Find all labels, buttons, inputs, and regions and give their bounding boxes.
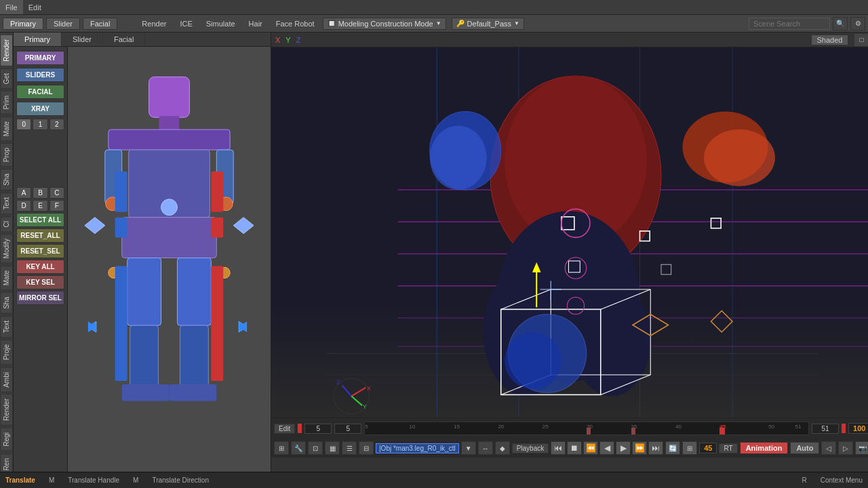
btn-play-fwd[interactable]: ⏩ — [632, 441, 647, 455]
axis-y[interactable]: Y — [285, 36, 290, 44]
btn-snap[interactable]: 📷 — [855, 441, 868, 455]
axis-x[interactable]: X — [275, 36, 280, 44]
btn-loop[interactable]: 🔄 — [665, 441, 680, 455]
tl-tools-btn[interactable]: 🔧 — [291, 441, 306, 455]
left-tab-primary[interactable]: Primary — [14, 33, 62, 46]
pass-dropdown[interactable]: 🔑 Default_Pass ▼ — [452, 18, 524, 30]
btn-e[interactable]: E — [33, 200, 47, 211]
tl-extra-btn[interactable]: ⊟ — [359, 441, 374, 455]
btn-num2[interactable]: 2 — [50, 119, 64, 130]
timeline-handle[interactable] — [298, 424, 302, 433]
btn-d[interactable]: D — [16, 200, 31, 211]
btn-select-all[interactable]: SELECT ALL — [16, 213, 64, 227]
status-right-text: Context Menu — [821, 476, 863, 484]
tl-frame-end[interactable] — [812, 424, 839, 434]
btn-key-all[interactable]: KEY ALL — [16, 260, 64, 274]
tab-facial[interactable]: Facial — [83, 18, 117, 30]
btn-face-robot[interactable]: Face Robot — [271, 15, 320, 32]
svg-point-75 — [430, 126, 487, 190]
btn-reset-sel[interactable]: RESET_SEL — [16, 244, 64, 258]
side-tab-prim[interactable]: Prim — [0, 91, 13, 115]
tl-move-btn[interactable]: ↔ — [478, 441, 493, 455]
btn-ice[interactable]: ICE — [174, 15, 197, 32]
btn-play-back[interactable]: ⏪ — [583, 441, 598, 455]
btn-prev-frame[interactable]: ◁ — [821, 441, 836, 455]
side-tab-ren[interactable]: Ren — [0, 453, 13, 472]
search-icon[interactable]: 🔍 — [833, 17, 848, 30]
shading-btn[interactable]: Shaded — [811, 35, 849, 45]
btn-rewind[interactable]: ⏮ — [551, 441, 566, 455]
btn-facial[interactable]: FACIAL — [16, 85, 64, 99]
keyframe-marker-45 — [719, 428, 725, 435]
tl-view-btn[interactable]: ▦ — [325, 441, 340, 455]
mode-dropdown[interactable]: 🔲 Modeling Construction Mode ▼ — [323, 18, 446, 30]
tl-frame-start[interactable] — [304, 424, 332, 434]
obj-selector[interactable]: |Obj *man3.leg_R0_ik_ctl — [376, 443, 459, 453]
btn-step-fwd[interactable]: ▶ — [616, 441, 631, 455]
side-tab-modify[interactable]: Modify — [0, 234, 13, 263]
scene-search-input[interactable] — [749, 18, 830, 30]
tl-edit-btn[interactable]: Edit — [274, 424, 295, 434]
timeline-end-handle[interactable] — [842, 424, 846, 433]
tl-filter-btn[interactable]: ⊡ — [308, 441, 323, 455]
tl-list-btn[interactable]: ☰ — [342, 441, 357, 455]
tab-slider[interactable]: Slider — [46, 18, 80, 30]
btn-key-sel[interactable]: KEY SEL — [16, 275, 64, 289]
btn-mirror-sel[interactable]: MIRROR SEL — [16, 291, 64, 305]
btn-xray[interactable]: XRAY — [16, 102, 64, 116]
side-tab-ambi[interactable]: Ambi — [0, 367, 13, 392]
menu-edit[interactable]: Edit — [23, 0, 47, 14]
tl-arrow-btn[interactable]: ▼ — [461, 441, 476, 455]
btn-a[interactable]: A — [16, 187, 31, 199]
axis-z[interactable]: Z — [296, 36, 301, 44]
maximize-btn[interactable]: □ — [854, 33, 868, 47]
tl-snap-btn[interactable]: ⊞ — [274, 441, 289, 455]
side-tab-render[interactable]: Render — [0, 35, 13, 66]
btn-animation[interactable]: Animation — [740, 442, 789, 454]
timeline-marks-area[interactable]: 5 10 15 20 25 30 35 40 45 50 51 — [364, 422, 809, 435]
btn-simulate[interactable]: Simulate — [201, 15, 241, 32]
side-tab-mate2[interactable]: Mate — [0, 266, 13, 290]
btn-stop[interactable]: ⏹ — [567, 441, 582, 455]
side-tab-regi[interactable]: Regi — [0, 428, 13, 451]
tab-primary[interactable]: Primary — [3, 18, 43, 30]
tl-playback-btn[interactable]: Playback — [512, 443, 549, 453]
playback-controls: ⏮ ⏹ ⏪ ◀ ▶ ⏩ ⏭ — [551, 441, 663, 455]
btn-num0[interactable]: 0 — [16, 119, 31, 130]
side-tab-get[interactable]: Get — [0, 68, 13, 89]
btn-playback-opts[interactable]: ⊞ — [682, 441, 697, 455]
btn-render[interactable]: Render — [136, 15, 172, 32]
side-tab-text[interactable]: Text — [0, 192, 13, 214]
side-tab-prop[interactable]: Prop — [0, 143, 13, 167]
left-tab-slider[interactable]: Slider — [62, 33, 103, 46]
btn-b[interactable]: B — [33, 187, 47, 199]
btn-next-frame[interactable]: ▷ — [838, 441, 853, 455]
btn-step-back[interactable]: ◀ — [599, 441, 614, 455]
btn-sliders[interactable]: SLIDERS — [16, 68, 64, 82]
btn-ffwd[interactable]: ⏭ — [648, 441, 663, 455]
side-tab-cl[interactable]: Cl — [0, 216, 13, 232]
btn-c[interactable]: C — [50, 187, 64, 199]
tl-key-btn[interactable]: ◆ — [495, 441, 510, 455]
side-tab-sha[interactable]: Sha — [0, 169, 13, 190]
viewport-canvas[interactable]: X Y Z — [271, 47, 868, 418]
keyframe-marker-30 — [587, 428, 591, 434]
side-tab-sha2[interactable]: Sha — [0, 292, 13, 314]
settings-icon[interactable]: ⚙ — [850, 17, 865, 30]
side-tab-mate[interactable]: Mate — [0, 117, 13, 141]
figure-area — [68, 47, 271, 472]
menu-file[interactable]: File — [0, 0, 23, 14]
btn-rt[interactable]: RT — [719, 443, 737, 453]
side-tab-proje[interactable]: Proje — [0, 340, 13, 365]
side-tab-rende2[interactable]: Render — [0, 394, 13, 426]
btn-hair[interactable]: Hair — [243, 15, 268, 32]
btn-auto[interactable]: Auto — [790, 442, 819, 454]
btn-primary[interactable]: PRIMARY — [16, 51, 64, 65]
svg-rect-18 — [115, 171, 127, 212]
tl-frame-start2[interactable] — [334, 424, 361, 434]
btn-reset-all[interactable]: RESET_ALL — [16, 228, 64, 243]
side-tab-text2[interactable]: Text — [0, 316, 13, 338]
btn-f[interactable]: F — [50, 200, 64, 211]
btn-num1[interactable]: 1 — [33, 119, 47, 130]
left-tab-facial[interactable]: Facial — [103, 33, 145, 46]
